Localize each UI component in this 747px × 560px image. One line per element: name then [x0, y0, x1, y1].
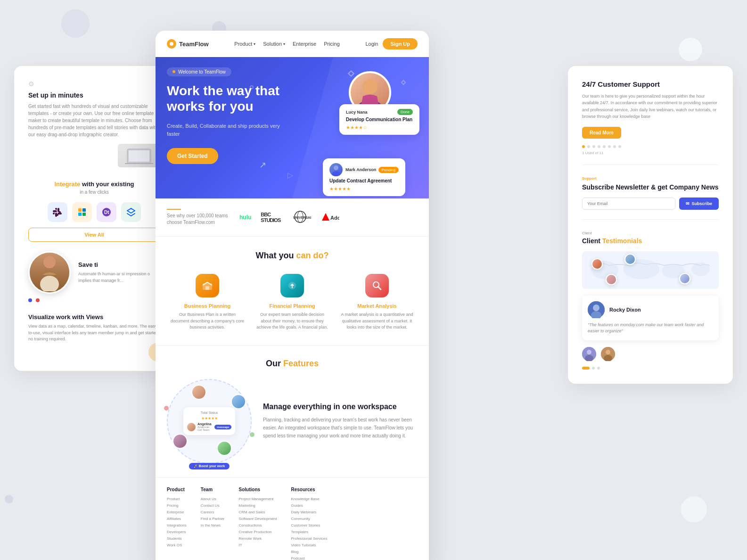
svg-point-14	[332, 171, 340, 176]
testimonials-title-highlight: Testimonials	[602, 237, 642, 245]
dot	[598, 145, 600, 148]
footer-link[interactable]: Professional Services	[291, 536, 327, 541]
footer-link[interactable]: Podcast	[291, 556, 327, 560]
brands-text: See why over 100,000 teams choose TeamFl…	[167, 213, 228, 226]
footer-link[interactable]: Marketing	[239, 503, 277, 508]
task-user-lucy: Lucy Nana	[346, 110, 368, 115]
newsletter-email-input[interactable]	[582, 198, 675, 210]
market-desc: A market analysis is a quantitative and …	[339, 312, 415, 331]
footer-link[interactable]: Community	[291, 517, 327, 521]
nav-pricing[interactable]: Pricing	[324, 41, 340, 47]
get-started-button[interactable]: Get Started	[167, 148, 218, 164]
features-content: Total Status ★★★★★ Angelina American Gir…	[167, 379, 418, 464]
mark-avatar	[329, 163, 343, 176]
footer-link[interactable]: Templates	[291, 530, 327, 534]
footer-team-col: Team About Us Contact Us Careers Find a …	[201, 487, 225, 560]
bottom-avatar-2	[601, 347, 615, 361]
task-stars-lucy: ★★★★☆	[346, 125, 413, 130]
footer-link[interactable]: Customer Stories	[291, 523, 327, 527]
footer-link[interactable]: Video Tutorials	[291, 543, 327, 547]
newsletter-title: Subscribe Newsletter & get Company News	[582, 183, 719, 191]
logo-icon	[167, 39, 176, 49]
what-title-highlight: can do?	[296, 251, 329, 260]
footer-link[interactable]: Integrations	[167, 523, 187, 527]
feature-market: Market Analysis A market analysis is a q…	[339, 274, 415, 331]
center-panel: TeamFlow Product ▾ Solution ▾ Enterprise…	[156, 31, 429, 560]
svg-rect-5	[78, 213, 82, 216]
footer-link[interactable]: Remote Work	[239, 536, 277, 541]
chevron-down-icon: ▾	[254, 42, 255, 46]
footer-solutions-title: Solutions	[239, 487, 277, 492]
bottom-avatars	[582, 347, 719, 361]
integration-icon-3: Dt	[97, 202, 116, 222]
testimonials-label: Client	[582, 231, 719, 235]
nav-product[interactable]: Product ▾	[234, 41, 255, 47]
subscribe-button[interactable]: ✉ Subscribe	[679, 198, 719, 210]
dot	[608, 145, 611, 148]
svg-text:UNIVERSAL: UNIVERSAL	[293, 216, 311, 219]
footer-link[interactable]: Students	[167, 536, 187, 541]
team-card: Total Status ★★★★★ Angelina American Gir…	[183, 407, 235, 435]
login-button[interactable]: Login	[366, 41, 378, 47]
svg-rect-3	[78, 208, 82, 212]
footer-link[interactable]: Constructions	[239, 523, 277, 527]
task-card-mark: Mark Anderson Pending Update Contract Ag…	[323, 158, 405, 196]
testimonial-avatar	[588, 301, 605, 318]
features-description: Manage everything in one workspace Plann…	[263, 403, 418, 440]
footer-link[interactable]: Contact Us	[201, 503, 225, 508]
footer-link[interactable]: Work OS	[167, 543, 187, 547]
footer-link[interactable]: Creative Production	[239, 530, 277, 534]
footer-link[interactable]: Software Development	[239, 517, 277, 521]
visualize-section: Visualize work with Views View data as a…	[28, 313, 160, 343]
footer-link[interactable]: Guides	[291, 503, 327, 508]
market-icon	[365, 274, 389, 297]
testimonial-dot-active[interactable]	[582, 367, 590, 370]
save-time-title: Save ti	[78, 261, 160, 268]
view-all-button[interactable]: View All	[28, 228, 160, 242]
testimonial-dot[interactable]	[597, 367, 600, 370]
testimonial-dot[interactable]	[592, 367, 595, 370]
footer-link[interactable]: CRM and Sales	[239, 510, 277, 514]
financial-icon	[280, 274, 304, 297]
svg-point-30	[593, 305, 599, 311]
svg-text:Adobe: Adobe	[330, 215, 339, 221]
footer-link[interactable]: Developers	[167, 530, 187, 534]
map-avatar-3	[679, 273, 690, 284]
features-row: Business Planning Our Business Plan is a…	[167, 274, 418, 331]
footer-link[interactable]: Project Management	[239, 497, 277, 501]
footer-link[interactable]: Blog	[291, 550, 327, 554]
visualize-title: Visualize work with Views	[28, 313, 160, 321]
footer-link[interactable]: Daily Webinars	[291, 510, 327, 514]
footer-link[interactable]: Knowledge Base	[291, 497, 327, 501]
footer-link[interactable]: Careers	[201, 510, 225, 514]
footer-link[interactable]: Pricing	[167, 503, 187, 508]
footer-link[interactable]: Enterprise	[167, 510, 187, 514]
footer-link[interactable]: Product	[167, 497, 187, 501]
business-name: Business Planning	[170, 303, 245, 309]
signup-button[interactable]: Sign Up	[383, 38, 418, 49]
features-visual: Total Status ★★★★★ Angelina American Gir…	[167, 379, 252, 464]
dot	[587, 145, 590, 148]
svg-point-9	[43, 256, 56, 268]
right-panel: 24/7 Customer Support Our team is here t…	[568, 66, 733, 384]
bg-deco-circle-3	[679, 38, 702, 61]
footer-link[interactable]: IT	[239, 543, 277, 547]
angelina-row: Angelina American Girl Team message	[187, 422, 231, 431]
footer-link[interactable]: About Us	[201, 497, 225, 501]
float-avatar-4	[217, 441, 232, 456]
boost-work-badge: 🚀 Boost your work	[189, 463, 230, 469]
message-badge: message	[214, 425, 231, 429]
footer-link[interactable]: In the News	[201, 523, 225, 527]
business-desc: Our Business Plan is a written document …	[170, 312, 245, 331]
business-icon	[196, 274, 219, 297]
svg-point-33	[587, 350, 591, 354]
nav-solution[interactable]: Solution ▾	[263, 41, 285, 47]
footer-link[interactable]: Find a Partner	[201, 517, 225, 521]
our-features-section: Our Features Total Status ★★★★★	[156, 346, 429, 477]
read-more-button[interactable]: Read More	[582, 127, 621, 139]
logo-text: TeamFlow	[179, 41, 209, 48]
nav-enterprise[interactable]: Enterprise	[293, 41, 316, 47]
angelina-name: Angelina	[197, 422, 213, 426]
footer-link[interactable]: Affiliates	[167, 517, 187, 521]
support-dots	[582, 145, 719, 148]
